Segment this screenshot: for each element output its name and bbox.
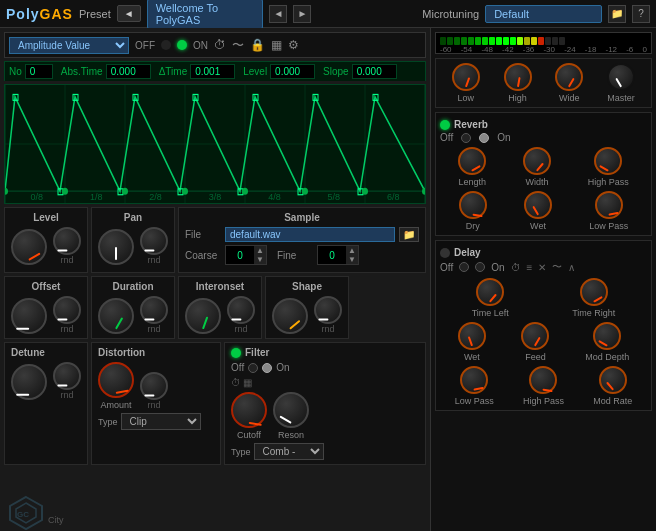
delay-feed-knob[interactable] <box>521 322 549 350</box>
level-knob[interactable] <box>11 229 47 265</box>
delay-time-left-knob[interactable] <box>476 278 504 306</box>
preset-left-btn[interactable]: ◄ <box>117 5 141 22</box>
delay-time-left-label: Time Left <box>472 308 509 318</box>
delay-time-right-knob[interactable] <box>580 278 608 306</box>
delay-on-radio[interactable] <box>475 262 485 272</box>
fine-up-btn[interactable]: ▲ <box>346 246 358 255</box>
clock-icon[interactable]: ⏱ <box>214 38 226 52</box>
detune-knob[interactable] <box>11 364 47 400</box>
preset-name[interactable]: Wellcome To PolyGAS <box>147 0 264 29</box>
delay-time-right-wrap: Time Right <box>572 278 615 318</box>
preset-next-btn[interactable]: ► <box>293 5 311 23</box>
pan-knob[interactable] <box>98 229 134 265</box>
reverb-off-radio[interactable] <box>461 133 471 143</box>
distortion-type-select[interactable]: Clip <box>121 413 201 430</box>
filter-off-label: Off <box>231 362 244 373</box>
reverb-width-knob[interactable] <box>523 147 551 175</box>
settings-icon[interactable]: ⚙ <box>288 38 299 52</box>
reverb-knobs-row2: Dry Wet Low Pass <box>440 191 647 231</box>
reverb-off-label: Off <box>440 132 453 143</box>
on-led[interactable] <box>177 40 187 50</box>
reverb-length-knob[interactable] <box>458 147 486 175</box>
preset-prev-btn[interactable]: ◄ <box>269 5 287 23</box>
delay-wet-knob[interactable] <box>458 322 486 350</box>
interonset-knob[interactable] <box>185 298 221 334</box>
preset-label: Preset <box>79 8 111 20</box>
eq-wide-knob[interactable] <box>555 63 583 91</box>
cutoff-knob[interactable] <box>231 392 267 428</box>
duration-knob[interactable] <box>98 298 134 334</box>
eq-row: Low High Wide Master <box>435 58 652 108</box>
shape-rnd-label: rnd <box>321 324 334 334</box>
distortion-rnd-knob[interactable] <box>140 372 168 400</box>
level-rnd-knob[interactable] <box>53 227 81 255</box>
interonset-rnd-knob[interactable] <box>227 296 255 324</box>
grid-0: 0/8 <box>30 192 43 202</box>
help-btn[interactable]: ? <box>632 5 650 23</box>
grid-icon[interactable]: ▦ <box>271 38 282 52</box>
delta-time-value[interactable] <box>190 64 235 79</box>
fine-down-btn[interactable]: ▼ <box>346 255 358 264</box>
left-panel: Amplitude Value OFF ON ⏱ 〜 🔒 ▦ ⚙ No Abs.… <box>0 28 430 531</box>
vu-seg-4 <box>461 37 467 45</box>
env-no-field: No <box>9 64 53 79</box>
shape-rnd-knob[interactable] <box>314 296 342 324</box>
eq-high-knob[interactable] <box>504 63 532 91</box>
reverb-on-label: On <box>497 132 510 143</box>
filter-led[interactable] <box>231 348 241 358</box>
slope-value[interactable] <box>352 64 397 79</box>
delay-mode-icon-2[interactable]: ≡ <box>527 262 533 273</box>
eq-low-knob[interactable] <box>452 63 480 91</box>
microtuning-folder-btn[interactable]: 📁 <box>608 5 626 23</box>
delay-mod-rate-knob[interactable] <box>599 366 627 394</box>
wave-icon[interactable]: 〜 <box>232 37 244 54</box>
eq-master-knob[interactable] <box>607 63 635 91</box>
coarse-up-btn[interactable]: ▲ <box>254 246 266 255</box>
lock-icon[interactable]: 🔒 <box>250 38 265 52</box>
duration-rnd-knob[interactable] <box>140 296 168 324</box>
reverb-highpass-knob[interactable] <box>594 147 622 175</box>
offset-rnd-knob[interactable] <box>53 296 81 324</box>
reverb-length-wrap: Length <box>458 147 486 187</box>
delay-led[interactable] <box>440 248 450 258</box>
reverb-led[interactable] <box>440 120 450 130</box>
microtuning-value[interactable]: Default <box>485 5 602 23</box>
reson-knob[interactable] <box>273 392 309 428</box>
filter-type-select[interactable]: Comb - <box>254 443 324 460</box>
delay-mode-icon-4[interactable]: 〜 <box>552 260 562 274</box>
shape-knob[interactable] <box>272 298 308 334</box>
distortion-amount-knob[interactable] <box>98 362 134 398</box>
delay-mod-depth-knob[interactable] <box>593 322 621 350</box>
reverb-lowpass-knob[interactable] <box>595 191 623 219</box>
eq-master-wrap: Master <box>607 63 635 103</box>
vu-label-42: -42 <box>502 45 514 54</box>
vu-seg-3 <box>454 37 460 45</box>
filter-icon-2[interactable]: ▦ <box>243 377 252 388</box>
envelope-selector[interactable]: Amplitude Value <box>9 37 129 54</box>
pan-rnd-knob[interactable] <box>140 227 168 255</box>
reverb-wet-knob[interactable] <box>524 191 552 219</box>
delay-mode-icon-1[interactable]: ⏱ <box>511 262 521 273</box>
delay-off-radio[interactable] <box>459 262 469 272</box>
abs-time-value[interactable] <box>106 64 151 79</box>
filter-on-radio[interactable] <box>262 363 272 373</box>
delay-highpass-knob[interactable] <box>529 366 557 394</box>
level-value[interactable] <box>270 64 315 79</box>
delay-title: Delay <box>454 247 481 258</box>
off-led[interactable] <box>161 40 171 50</box>
level-field: Level <box>243 64 315 79</box>
sample-folder-btn[interactable]: 📁 <box>399 227 419 242</box>
delay-lowpass-knob[interactable] <box>460 366 488 394</box>
coarse-down-btn[interactable]: ▼ <box>254 255 266 264</box>
reverb-on-radio[interactable] <box>479 133 489 143</box>
delay-mode-icon-5[interactable]: ∧ <box>568 262 575 273</box>
detune-rnd-knob[interactable] <box>53 362 81 390</box>
sample-file-input[interactable] <box>225 227 395 242</box>
delay-knobs-row1: Time Left Time Right <box>440 278 647 318</box>
offset-knob[interactable] <box>11 298 47 334</box>
delay-mode-icon-3[interactable]: ✕ <box>538 262 546 273</box>
filter-off-radio[interactable] <box>248 363 258 373</box>
no-value[interactable] <box>25 64 53 79</box>
reverb-dry-knob[interactable] <box>459 191 487 219</box>
filter-icon-1[interactable]: ⏱ <box>231 377 241 388</box>
